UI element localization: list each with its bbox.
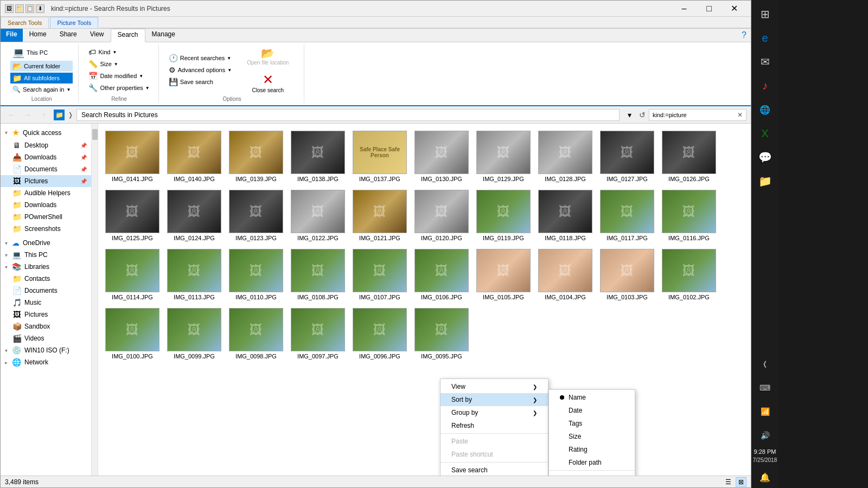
current-folder-button[interactable]: 📂 Current folder [10, 61, 73, 72]
sidebar-item-win10iso[interactable]: ▾ 💿 WIN10 ISO (F:) [1, 344, 91, 356]
file-item-11[interactable]: 🖼IMG_0124.JPG [164, 187, 224, 244]
file-tab[interactable]: File [1, 29, 23, 42]
chrome-icon[interactable]: 🌐 [754, 99, 776, 120]
file-item-7[interactable]: 🖼IMG_0128.JPG [535, 128, 595, 185]
sidebar-item-contacts[interactable]: 📁 Contacts [1, 273, 91, 285]
search-tab[interactable]: Search [111, 29, 145, 42]
expand-taskbar-icon[interactable]: ❬ [754, 353, 776, 375]
file-item-21[interactable]: 🖼IMG_0113.JPG [164, 246, 224, 303]
file-item-6[interactable]: 🖼IMG_0129.JPG [474, 128, 533, 185]
all-subfolders-button[interactable]: 📁 All subfolders [10, 73, 73, 84]
recent-searches-button[interactable]: 🕐 Recent searches ▼ [165, 53, 235, 63]
size-button[interactable]: 📏 Size ▼ [85, 59, 152, 69]
address-path[interactable]: Search Results in Pictures [76, 109, 620, 121]
file-item-31[interactable]: 🖼IMG_0099.JPG [164, 305, 224, 362]
notification-button[interactable]: 🔔 [755, 470, 775, 485]
sidebar-item-libraries[interactable]: ▾ 📚 Libraries [1, 261, 91, 273]
sidebar-item-music[interactable]: 🎵 Music [1, 297, 91, 309]
file-item-24[interactable]: 🖼IMG_0107.JPG [350, 246, 410, 303]
sidebar-item-sandbox[interactable]: 📦 Sandbox [1, 320, 91, 332]
sidebar-item-thispc[interactable]: ▾ 💻 This PC [1, 249, 91, 261]
sidebar-item-screenshots[interactable]: 📁 Screenshots [1, 223, 91, 235]
open-file-location-button[interactable]: 📂 Open file location [242, 44, 293, 68]
file-item-12[interactable]: 🖼IMG_0123.JPG [226, 187, 286, 244]
xbox-icon[interactable]: X [754, 123, 776, 144]
other-properties-button[interactable]: 🔧 Other properties ▼ [85, 82, 152, 93]
list-view-button[interactable]: ☰ [723, 477, 733, 487]
sidebar-item-onedrive[interactable]: ▾ ☁ OneDrive [1, 237, 91, 249]
help-button[interactable]: ? [737, 29, 751, 42]
sort-rating[interactable]: Rating [549, 443, 635, 456]
file-item-10[interactable]: 🖼IMG_0125.JPG [103, 187, 162, 244]
edge-browser-icon[interactable]: e [754, 27, 776, 49]
search-again-button[interactable]: 🔍 Search again in ▼ [10, 85, 73, 94]
sidebar-item-downloads2[interactable]: 📁 Downloads [1, 199, 91, 211]
sidebar-item-videos[interactable]: 🎬 Videos [1, 332, 91, 344]
file-item-30[interactable]: 🖼IMG_0100.JPG [103, 305, 162, 362]
sort-size[interactable]: Size [549, 430, 635, 443]
file-item-1[interactable]: 🖼IMG_0140.JPG [164, 128, 224, 185]
file-item-20[interactable]: 🖼IMG_0114.JPG [103, 246, 162, 303]
thumbnail-view-button[interactable]: ⊠ [736, 477, 746, 487]
search-tools-tab[interactable]: Search Tools [1, 17, 49, 28]
vertical-scrollbar-left[interactable] [92, 124, 98, 476]
sort-ascending[interactable]: Ascending [549, 472, 635, 476]
file-explorer-icon[interactable]: 📁 [754, 170, 776, 192]
keyboard-icon[interactable]: ⌨ [754, 377, 776, 399]
date-modified-button[interactable]: 📅 Date modified ▼ [85, 70, 152, 81]
sidebar-item-lib-documents[interactable]: 📄 Documents [1, 285, 91, 297]
sidebar-item-network[interactable]: ▸ 🌐 Network [1, 356, 91, 368]
file-item-5[interactable]: 🖼IMG_0130.JPG [412, 128, 471, 185]
manage-tab[interactable]: Manage [145, 29, 182, 42]
sort-name[interactable]: Name [549, 391, 635, 404]
address-dropdown-button[interactable]: ▾ [623, 108, 636, 121]
file-item-17[interactable]: 🖼IMG_0118.JPG [535, 187, 595, 244]
share-tab[interactable]: Share [53, 29, 84, 42]
up-button[interactable]: ↑ [37, 108, 50, 121]
file-item-34[interactable]: 🖼IMG_0096.JPG [350, 305, 410, 362]
file-item-26[interactable]: 🖼IMG_0105.JPG [474, 246, 533, 303]
close-button[interactable]: ✕ [722, 1, 746, 17]
file-item-19[interactable]: 🖼IMG_0116.JPG [659, 187, 719, 244]
ctx-refresh[interactable]: Refresh [441, 419, 548, 432]
file-item-27[interactable]: 🖼IMG_0104.JPG [535, 246, 595, 303]
file-item-18[interactable]: 🖼IMG_0117.JPG [597, 187, 657, 244]
search-box[interactable]: ✕ [649, 109, 746, 121]
refresh-button[interactable]: ↺ [639, 111, 646, 119]
sidebar-item-powershell[interactable]: 📁 POwnerShell [1, 211, 91, 223]
sidebar-item-lib-pictures[interactable]: 🖼 Pictures [1, 309, 91, 320]
search-clear-icon[interactable]: ✕ [737, 111, 743, 119]
home-tab[interactable]: Home [23, 29, 53, 42]
file-item-13[interactable]: 🖼IMG_0122.JPG [288, 187, 348, 244]
sidebar-item-downloads[interactable]: 📥 Downloads 📌 [1, 151, 91, 163]
sidebar-item-audible-helpers[interactable]: 📁 Audible Helpers [1, 187, 91, 199]
mail-icon[interactable]: ✉ [754, 51, 776, 73]
file-item-33[interactable]: 🖼IMG_0097.JPG [288, 305, 348, 362]
wifi-icon[interactable]: 📶 [754, 401, 776, 422]
kind-button[interactable]: 🏷 Kind ▼ [85, 47, 152, 57]
file-item-9[interactable]: 🖼IMG_0126.JPG [659, 128, 719, 185]
file-item-8[interactable]: 🖼IMG_0127.JPG [597, 128, 657, 185]
file-item-16[interactable]: 🖼IMG_0119.JPG [474, 187, 533, 244]
sidebar-item-documents[interactable]: 📄 Documents 📌 [1, 163, 91, 175]
quick-access-header[interactable]: ▾ ★ Quick access [1, 126, 91, 139]
file-item-0[interactable]: 🖼IMG_0141.JPG [103, 128, 162, 185]
sidebar-item-pictures[interactable]: 🖼 Pictures 📌 [1, 175, 91, 187]
picture-tools-tab[interactable]: Picture Tools [50, 17, 98, 28]
file-item-4[interactable]: Safe Place Safe PersonIMG_0137.JPG [350, 128, 410, 185]
volume-icon[interactable]: 🔊 [754, 425, 776, 446]
sidebar-item-desktop[interactable]: 🖥 Desktop 📌 [1, 139, 91, 151]
ctx-sort-by[interactable]: Sort by ❯ [441, 393, 548, 406]
file-item-22[interactable]: 🖼IMG_0110.JPG [226, 246, 286, 303]
ctx-view[interactable]: View ❯ [441, 380, 548, 393]
file-item-3[interactable]: 🖼IMG_0138.JPG [288, 128, 348, 185]
file-item-35[interactable]: 🖼IMG_0095.JPG [412, 305, 471, 362]
file-item-23[interactable]: 🖼IMG_0108.JPG [288, 246, 348, 303]
minimize-button[interactable]: – [672, 1, 697, 17]
file-item-29[interactable]: 🖼IMG_0102.JPG [659, 246, 719, 303]
chat-icon[interactable]: 💬 [754, 146, 776, 168]
forward-button[interactable]: → [21, 108, 34, 121]
advanced-options-button[interactable]: ⚙ Advanced options ▼ [165, 65, 235, 75]
search-input[interactable] [653, 112, 735, 118]
back-button[interactable]: ← [5, 108, 18, 121]
